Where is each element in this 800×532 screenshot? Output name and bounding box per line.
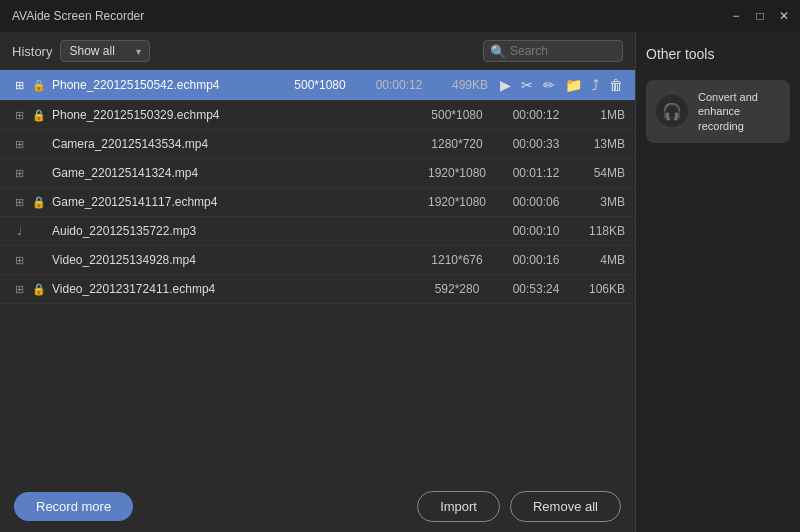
table-row[interactable]: ⊞🔒Game_220125141117.echmp41920*108000:00… [0,188,635,217]
app-title: AVAide Screen Recorder [12,9,144,23]
file-type-icon: ⊞ [10,283,28,296]
search-wrap: 🔍 [483,40,623,62]
file-resolution: 592*280 [417,282,497,296]
file-type-icon: ⊞ [10,138,28,151]
toolbar: History Show all ▾ 🔍 [0,32,635,70]
table-row[interactable]: ⊞🔒Camera_220125143534.mp41280*72000:00:3… [0,130,635,159]
file-name: Phone_220125150329.echmp4 [50,108,413,122]
file-name: Video_220123172411.echmp4 [50,282,413,296]
file-duration: 00:00:12 [501,108,571,122]
file-name: Video_220125134928.mp4 [50,253,413,267]
table-row[interactable]: ⊞🔒Phone_220125150329.echmp4500*108000:00… [0,101,635,130]
bottom-right-buttons: Import Remove all [417,491,621,522]
record-more-button[interactable]: Record more [14,492,133,521]
table-row[interactable]: ⊞🔒Phone_220125150542.echmp4500*108000:00… [0,70,635,101]
file-type-icon: ⊞ [10,196,28,209]
share-button[interactable]: ⤴ [590,77,601,93]
tool-card-convert[interactable]: 🎧 Convert and enhance recording [646,80,790,143]
file-resolution: 1920*1080 [417,166,497,180]
table-row[interactable]: ♩🔒Auido_220125135722.mp300:00:10118KB [0,217,635,246]
play-button[interactable]: ▶ [498,77,513,93]
file-duration: 00:00:33 [501,137,571,151]
tool-card-label: Convert and enhance recording [698,90,780,133]
table-row[interactable]: ⊞🔒Video_220123172411.echmp4592*28000:53:… [0,275,635,304]
chevron-down-icon: ▾ [136,46,141,57]
window-controls: − □ ✕ [728,8,792,24]
file-name: Auido_220125135722.mp3 [50,224,413,238]
file-list: ⊞🔒Phone_220125150542.echmp4500*108000:00… [0,70,635,481]
search-icon: 🔍 [490,44,506,59]
folder-button[interactable]: 📁 [563,77,584,93]
lock-icon: 🔒 [32,109,46,122]
file-resolution: 500*1080 [280,78,360,92]
file-duration: 00:00:10 [501,224,571,238]
file-size: 106KB [575,282,625,296]
lock-icon: 🔒 [32,283,46,296]
file-size: 13MB [575,137,625,151]
close-button[interactable]: ✕ [776,8,792,24]
right-panel-title: Other tools [646,46,790,62]
lock-icon: 🔒 [32,196,46,209]
file-size: 499KB [438,78,488,92]
file-type-icon: ⊞ [10,254,28,267]
filter-dropdown[interactable]: Show all ▾ [60,40,150,62]
file-duration: 00:00:16 [501,253,571,267]
import-button[interactable]: Import [417,491,500,522]
maximize-button[interactable]: □ [752,8,768,24]
file-duration: 00:00:12 [364,78,434,92]
file-duration: 00:01:12 [501,166,571,180]
file-duration: 00:53:24 [501,282,571,296]
left-panel: History Show all ▾ 🔍 ⊞🔒Phone_22012515054… [0,32,635,532]
file-type-icon: ⊞ [10,167,28,180]
edit-button[interactable]: ✏ [541,77,557,93]
file-size: 1MB [575,108,625,122]
file-resolution: 1920*1080 [417,195,497,209]
file-size: 4MB [575,253,625,267]
file-size: 118KB [575,224,625,238]
file-resolution: 1280*720 [417,137,497,151]
file-name: Phone_220125150542.echmp4 [50,78,276,92]
file-size: 54MB [575,166,625,180]
table-row[interactable]: ⊞🔒Video_220125134928.mp41210*67600:00:16… [0,246,635,275]
headphones-icon: 🎧 [656,95,688,127]
row-actions: ▶ ✂ ✏ 📁 ⤴ 🗑 [498,77,625,93]
file-duration: 00:00:06 [501,195,571,209]
file-resolution: 500*1080 [417,108,497,122]
file-name: Camera_220125143534.mp4 [50,137,413,151]
titlebar: AVAide Screen Recorder − □ ✕ [0,0,800,32]
file-type-icon: ⊞ [10,109,28,122]
file-size: 3MB [575,195,625,209]
bottom-bar: Record more Import Remove all [0,481,635,532]
lock-icon: 🔒 [32,79,46,92]
right-panel: Other tools 🎧 Convert and enhance record… [635,32,800,532]
filter-value: Show all [69,44,114,58]
file-type-icon: ♩ [10,225,28,238]
file-resolution: 1210*676 [417,253,497,267]
file-name: Game_220125141117.echmp4 [50,195,413,209]
table-row[interactable]: ⊞🔒Game_220125141324.mp41920*108000:01:12… [0,159,635,188]
file-type-icon: ⊞ [10,79,28,92]
remove-all-button[interactable]: Remove all [510,491,621,522]
main-layout: History Show all ▾ 🔍 ⊞🔒Phone_22012515054… [0,32,800,532]
cut-button[interactable]: ✂ [519,77,535,93]
history-label: History [12,44,52,59]
minimize-button[interactable]: − [728,8,744,24]
file-name: Game_220125141324.mp4 [50,166,413,180]
delete-button[interactable]: 🗑 [607,77,625,93]
